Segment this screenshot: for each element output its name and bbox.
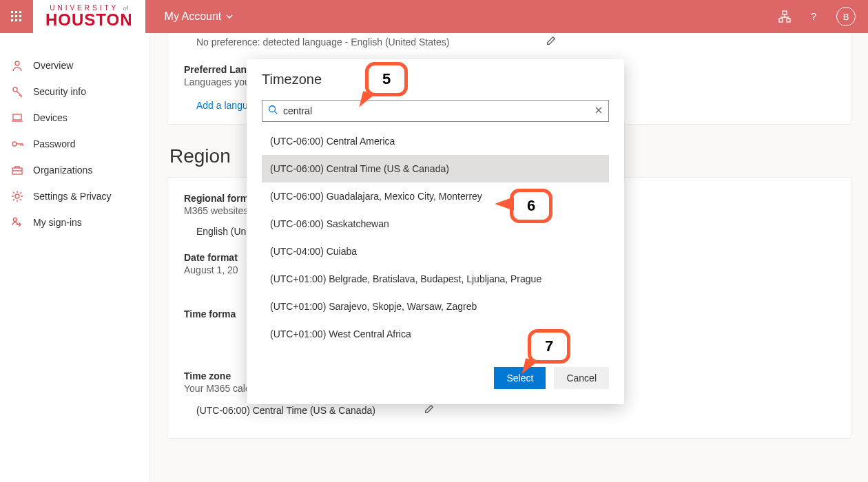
account-label: My Account xyxy=(165,10,222,23)
svg-rect-15 xyxy=(13,114,21,120)
svg-rect-8 xyxy=(19,19,21,21)
annotation-callout-7: 7 xyxy=(528,329,570,364)
app-launcher-button[interactable] xyxy=(0,0,33,33)
svg-point-19 xyxy=(14,218,17,222)
sidebar-item-password[interactable]: Password xyxy=(0,131,149,157)
callout-number: 7 xyxy=(545,337,553,355)
sidebar-item-settings[interactable]: Settings & Privacy xyxy=(0,183,149,209)
sidebar-item-label: Security info xyxy=(33,86,86,97)
svg-rect-11 xyxy=(787,19,790,22)
svg-point-20 xyxy=(269,106,276,112)
svg-rect-6 xyxy=(11,19,13,21)
sidebar-item-label: My sign-ins xyxy=(33,217,82,228)
svg-point-18 xyxy=(15,194,19,198)
timezone-option[interactable]: (UTC+01:00) Sarajevo, Skopje, Warsaw, Za… xyxy=(262,293,609,320)
clear-search-button[interactable] xyxy=(595,105,603,116)
sidebar-item-label: Settings & Privacy xyxy=(33,191,112,202)
svg-rect-5 xyxy=(19,15,21,17)
sidebar-item-signins[interactable]: My sign-ins xyxy=(0,209,149,235)
svg-point-13 xyxy=(15,61,19,65)
briefcase-icon xyxy=(11,164,23,176)
logo-line2: HOUSTON xyxy=(45,12,133,28)
org-logo: UNIVERSITY of HOUSTON xyxy=(33,0,145,33)
nopref-text: No preference: detected language - Engli… xyxy=(196,36,449,48)
timezone-option[interactable]: (UTC-04:00) Cuiaba xyxy=(262,238,609,265)
account-dropdown[interactable]: My Account xyxy=(165,10,234,23)
search-icon xyxy=(268,105,278,117)
signin-icon xyxy=(11,216,23,229)
timezone-search-input[interactable] xyxy=(262,101,608,121)
key-icon xyxy=(11,85,23,98)
add-language-link[interactable]: Add a langu xyxy=(196,100,248,111)
gear-icon xyxy=(11,190,23,202)
avatar-initial: B xyxy=(843,12,849,22)
svg-rect-3 xyxy=(11,15,13,17)
timezone-option[interactable]: (UTC-06:00) Central America xyxy=(262,127,609,155)
password-key-icon xyxy=(11,138,23,150)
sidebar-item-label: Password xyxy=(33,138,75,149)
timezone-search[interactable] xyxy=(262,100,609,122)
sidebar-item-security[interactable]: Security info xyxy=(0,78,149,105)
timezone-option[interactable]: (UTC-06:00) Saskatchewan xyxy=(262,210,609,238)
timezone-list: (UTC-06:00) Central America (UTC-06:00) … xyxy=(262,127,609,348)
annotation-callout-5: 5 xyxy=(365,62,408,96)
sidebar-item-label: Overview xyxy=(33,60,73,71)
avatar[interactable]: B xyxy=(836,7,856,26)
laptop-icon xyxy=(11,112,23,124)
svg-rect-2 xyxy=(19,11,21,13)
timezone-option[interactable]: (UTC-06:00) Guadalajara, Mexico City, Mo… xyxy=(262,182,609,210)
time-zone-value: (UTC-06:00) Central Time (US & Canada) xyxy=(196,405,375,416)
chevron-down-icon xyxy=(225,12,234,21)
sidebar-item-label: Organizations xyxy=(33,165,92,176)
svg-rect-7 xyxy=(15,19,17,21)
sidebar-item-overview[interactable]: Overview xyxy=(0,52,149,78)
timezone-option[interactable]: (UTC-06:00) Central Time (US & Canada) xyxy=(262,155,609,182)
annotation-callout-6: 6 xyxy=(510,189,552,223)
svg-rect-10 xyxy=(779,19,783,22)
waffle-icon xyxy=(11,11,22,22)
callout-number: 5 xyxy=(382,70,391,88)
timezone-option[interactable]: (UTC+01:00) Belgrade, Bratislava, Budape… xyxy=(262,265,609,293)
help-icon[interactable]: ? xyxy=(807,10,820,23)
sidebar-item-organizations[interactable]: Organizations xyxy=(0,157,149,183)
svg-point-16 xyxy=(12,142,17,146)
edit-timezone-button[interactable] xyxy=(424,404,435,417)
header-bar: UNIVERSITY of HOUSTON My Account ? B xyxy=(0,0,868,33)
sidebar-item-label: Devices xyxy=(33,112,68,123)
svg-rect-0 xyxy=(11,11,13,13)
svg-text:?: ? xyxy=(811,10,816,22)
svg-rect-9 xyxy=(783,11,787,14)
callout-number: 6 xyxy=(527,197,535,215)
org-chart-icon[interactable] xyxy=(778,10,791,23)
svg-rect-1 xyxy=(15,11,17,13)
select-button[interactable]: Select xyxy=(494,367,546,389)
dialog-title: Timezone xyxy=(262,72,609,87)
sidebar-item-devices[interactable]: Devices xyxy=(0,105,149,131)
sidebar: Overview Security info Devices Password … xyxy=(0,33,150,482)
person-icon xyxy=(11,59,23,72)
cancel-button[interactable]: Cancel xyxy=(554,367,609,389)
edit-language-button[interactable] xyxy=(546,35,557,49)
svg-rect-4 xyxy=(15,15,17,17)
